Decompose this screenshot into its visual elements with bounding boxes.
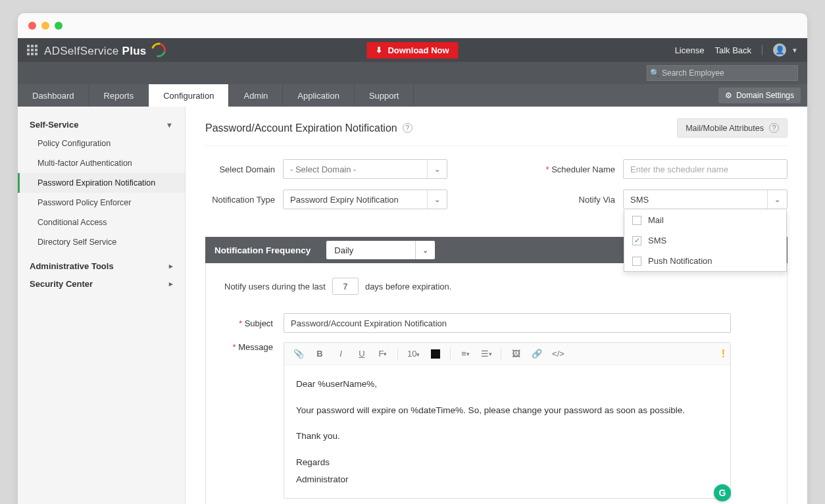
message-line: Administrator (296, 471, 718, 488)
italic-button[interactable]: I (332, 345, 350, 363)
apps-grid-icon[interactable] (27, 45, 38, 55)
message-line: Your password will expire on %dateTime%.… (296, 402, 718, 419)
brand-text-1: ADSelfService (44, 45, 119, 57)
download-now-button[interactable]: ⬇ Download Now (366, 42, 458, 59)
frequency-value: Daily (326, 245, 415, 255)
window-close-icon[interactable] (28, 22, 36, 30)
message-label: Message (224, 342, 273, 352)
tab-reports[interactable]: Reports (89, 84, 149, 107)
chevron-down-icon: ▼ (166, 121, 173, 129)
notify-option-sms[interactable]: ✓ SMS (624, 230, 786, 251)
scheduler-name-input[interactable] (630, 164, 780, 174)
talkback-link[interactable]: Talk Back (714, 45, 751, 55)
window-minimize-icon[interactable] (41, 22, 49, 30)
user-menu-caret-icon[interactable]: ▼ (791, 47, 798, 54)
subject-input[interactable] (284, 313, 731, 333)
font-family-button[interactable]: F▾ (374, 345, 392, 363)
bold-button[interactable]: B (311, 345, 329, 363)
chevron-down-icon: ⌄ (415, 241, 435, 259)
notify-option-push[interactable]: Push Notification (624, 251, 786, 271)
window-zoom-icon[interactable] (55, 22, 63, 30)
sidebar-section-self-service[interactable]: Self-Service ▼ (18, 116, 185, 134)
download-label: Download Now (388, 45, 449, 55)
domain-settings-label: Domain Settings (736, 91, 794, 100)
sidebar-item-password-expiration[interactable]: Password Expiration Notification (18, 173, 185, 193)
message-editor-body[interactable]: Dear %userName%, Your password will expi… (284, 365, 730, 498)
separator (501, 348, 501, 360)
search-input[interactable] (662, 68, 797, 78)
page-title: Password/Account Expiration Notification… (205, 122, 413, 134)
chevron-down-icon: ⌄ (767, 190, 780, 209)
sidebar-section-admin-tools[interactable]: Administrative Tools ▸ (18, 257, 185, 275)
scheduler-name-field[interactable] (623, 159, 788, 179)
editor-toolbar: 📎 B I U F▾ 10▾ ≡▾ ☰▾ (284, 343, 730, 365)
chevron-right-icon: ▸ (169, 262, 173, 270)
tab-support[interactable]: Support (355, 84, 414, 107)
message-line: Thank you. (296, 428, 718, 445)
tab-admin[interactable]: Admin (229, 84, 283, 107)
insert-link-icon[interactable]: 🔗 (528, 345, 546, 363)
list-button[interactable]: ☰▾ (477, 345, 495, 363)
notify-option-mail[interactable]: Mail (624, 210, 786, 230)
license-link[interactable]: License (675, 45, 705, 55)
search-icon: 🔍 (647, 68, 662, 78)
notify-suffix-text: days before expiration. (365, 282, 452, 291)
notify-days-line: Notify users during the last days before… (224, 278, 768, 295)
notification-type-label: Notification Type (205, 195, 275, 205)
tab-dashboard[interactable]: Dashboard (18, 84, 89, 107)
tab-configuration[interactable]: Configuration (149, 84, 229, 107)
download-icon: ⬇ (376, 45, 382, 55)
notify-prefix-text: Notify users during the last (224, 282, 326, 291)
select-domain-value: - Select Domain - (290, 164, 356, 174)
chevron-down-icon: ⌄ (427, 160, 440, 178)
sidebar-section-security-center[interactable]: Security Center ▸ (18, 275, 185, 293)
brand-arc-icon (149, 39, 168, 59)
frequency-dropdown[interactable]: Daily ⌄ (326, 241, 435, 259)
sidebar-item-policy-configuration[interactable]: Policy Configuration (18, 134, 185, 153)
help-icon[interactable]: ? (403, 123, 413, 133)
notification-type-dropdown[interactable]: Password Expiry Notification ⌄ (283, 189, 447, 209)
insert-image-icon[interactable]: 🖼 (507, 345, 525, 363)
sidebar-item-directory-self-service[interactable]: Directory Self Service (18, 232, 185, 252)
days-before-input[interactable] (332, 278, 359, 295)
text-color-button[interactable] (426, 345, 445, 363)
employee-search[interactable]: 🔍 (647, 65, 798, 81)
divider (762, 45, 762, 55)
notify-via-options-panel: Mail ✓ SMS Push Notification (624, 210, 787, 272)
checkbox-checked-icon: ✓ (632, 236, 641, 245)
sidebar-item-mfa[interactable]: Multi-factor Authentication (18, 153, 185, 173)
message-line: Regards (296, 454, 718, 471)
domain-settings-button[interactable]: ⚙ Domain Settings (718, 88, 801, 103)
option-label: Push Notification (648, 256, 712, 266)
sidebar-section-label: Administrative Tools (30, 261, 114, 271)
checkbox-icon (632, 257, 641, 266)
help-icon[interactable]: ? (769, 123, 779, 133)
message-line: Dear %userName%, (296, 376, 718, 393)
font-size-selector[interactable]: 10▾ (403, 349, 424, 359)
align-button[interactable]: ≡▾ (456, 345, 474, 363)
scheduler-name-label: Scheduler Name (536, 164, 615, 174)
select-domain-dropdown[interactable]: - Select Domain - ⌄ (283, 159, 447, 179)
gear-icon: ⚙ (725, 91, 732, 100)
browser-window: ADSelfService Plus ⬇ Download Now Licens… (18, 13, 807, 504)
form-area: Select Domain - Select Domain - ⌄ Schedu… (205, 146, 788, 233)
warning-icon[interactable]: ! (722, 348, 725, 360)
chevron-right-icon: ▸ (169, 280, 173, 288)
checkbox-icon (632, 216, 641, 225)
code-view-icon[interactable]: </> (549, 345, 567, 363)
rich-text-editor: 📎 B I U F▾ 10▾ ≡▾ ☰▾ (284, 342, 731, 499)
attach-icon[interactable]: 📎 (289, 345, 308, 363)
chevron-down-icon: ⌄ (427, 190, 440, 209)
mail-mobile-attributes-button[interactable]: Mail/Mobile Attributes ? (677, 118, 788, 138)
body: Self-Service ▼ Policy Configuration Mult… (18, 107, 807, 504)
sidebar-item-password-policy-enforcer[interactable]: Password Policy Enforcer (18, 193, 185, 213)
grammarly-icon[interactable]: G (714, 484, 731, 501)
tab-application[interactable]: Application (283, 84, 355, 107)
sidebar-item-conditional-access[interactable]: Conditional Access (18, 213, 185, 232)
content-area: Password/Account Expiration Notification… (186, 107, 807, 504)
attributes-button-label: Mail/Mobile Attributes (686, 124, 764, 133)
top-bar: ADSelfService Plus ⬇ Download Now Licens… (18, 38, 807, 62)
user-avatar-icon[interactable]: 👤 (773, 43, 786, 57)
underline-button[interactable]: U (353, 345, 371, 363)
notify-via-dropdown[interactable]: SMS ⌄ Mail ✓ SMS (623, 189, 788, 209)
